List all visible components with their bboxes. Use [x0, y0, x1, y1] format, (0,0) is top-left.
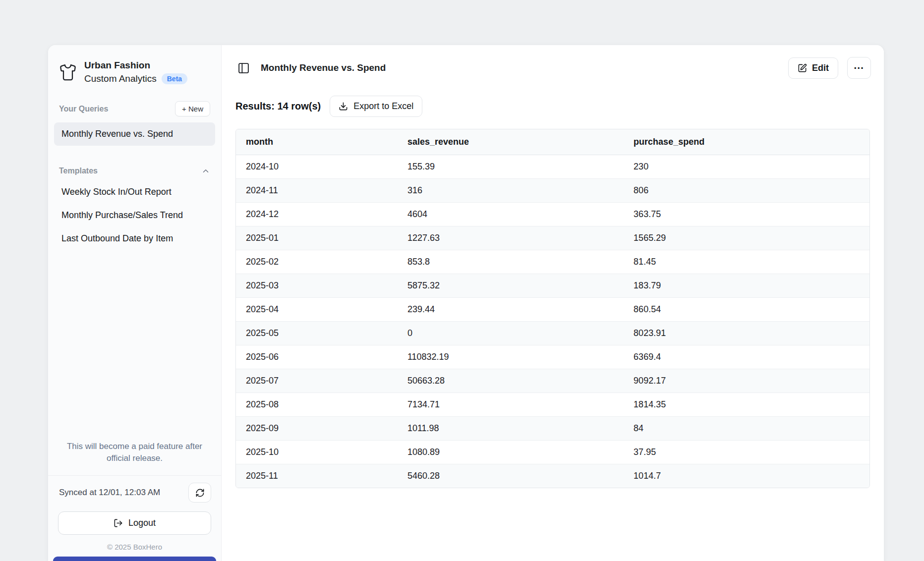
table-row: 2025-0508023.91	[236, 322, 869, 345]
table-cell: 2025-01	[236, 226, 398, 250]
beta-badge: Beta	[162, 73, 187, 84]
table-cell: 8023.91	[624, 322, 869, 345]
main-header: Monthly Revenue vs. Spend Edit ⋯	[222, 45, 884, 83]
logout-button[interactable]: Logout	[58, 511, 211, 535]
table-cell: 84	[624, 417, 869, 441]
app-titles: Urban Fashion Custom Analytics Beta	[84, 60, 187, 84]
column-header-sales-revenue: sales_revenue	[398, 129, 624, 155]
sidebar: Urban Fashion Custom Analytics Beta Your…	[48, 45, 222, 561]
queries-section-header: Your Queries + New	[48, 99, 221, 121]
table-cell: 2024-10	[236, 155, 398, 179]
table-cell: 239.44	[398, 298, 624, 322]
table-cell: 4604	[398, 203, 624, 226]
table-cell: 50663.28	[398, 369, 624, 393]
templates-section-header[interactable]: Templates	[48, 162, 221, 180]
synced-at-text: Synced at 12/01, 12:03 AM	[59, 488, 160, 498]
results-count-text: Results: 14 row(s)	[235, 101, 321, 112]
sidebar-item-monthly-purchase-sales-trend[interactable]: Monthly Purchase/Sales Trend	[48, 204, 221, 227]
table-cell: 1814.35	[624, 393, 869, 417]
sidebar-item-monthly-revenue-vs-spend[interactable]: Monthly Revenue vs. Spend	[54, 122, 215, 146]
table-cell: 7134.71	[398, 393, 624, 417]
table-cell: 6369.4	[624, 345, 869, 369]
table-row: 2024-124604363.75	[236, 203, 869, 226]
refresh-icon	[195, 488, 205, 498]
table-cell: 0	[398, 322, 624, 345]
table-cell: 1014.7	[624, 464, 869, 488]
app-window: Urban Fashion Custom Analytics Beta Your…	[48, 45, 884, 561]
sidebar-spacer	[48, 250, 221, 441]
table-row: 2025-115460.281014.7	[236, 464, 869, 488]
app-subtitle: Custom Analytics	[84, 73, 157, 84]
new-query-button[interactable]: + New	[175, 101, 210, 116]
results-table-body: 2024-10155.392302024-113168062024-124604…	[236, 155, 869, 488]
table-row: 2025-101080.8937.95	[236, 441, 869, 464]
table-row: 2025-011227.631565.29	[236, 226, 869, 250]
export-to-excel-button[interactable]: Export to Excel	[330, 96, 422, 117]
sidebar-toggle-button[interactable]	[235, 60, 252, 76]
column-header-purchase-spend: purchase_spend	[624, 129, 869, 155]
paid-feature-note: This will become a paid feature after of…	[65, 441, 204, 464]
results-table: month sales_revenue purchase_spend 2024-…	[236, 129, 869, 488]
table-cell: 183.79	[624, 274, 869, 298]
table-row: 2025-087134.711814.35	[236, 393, 869, 417]
sidebar-item-last-outbound-date[interactable]: Last Outbound Date by Item	[48, 227, 221, 250]
table-cell: 1011.98	[398, 417, 624, 441]
table-row: 2025-035875.32183.79	[236, 274, 869, 298]
table-cell: 2024-11	[236, 179, 398, 203]
table-cell: 1227.63	[398, 226, 624, 250]
table-cell: 806	[624, 179, 869, 203]
table-cell: 110832.19	[398, 345, 624, 369]
sidebar-header: Urban Fashion Custom Analytics Beta	[48, 45, 221, 99]
app-name: Urban Fashion	[84, 60, 187, 71]
refresh-button[interactable]	[188, 483, 211, 503]
table-cell: 2025-09	[236, 417, 398, 441]
logout-icon	[114, 518, 123, 528]
table-cell: 5460.28	[398, 464, 624, 488]
templates-section-title: Templates	[59, 167, 98, 175]
page-title: Monthly Revenue vs. Spend	[261, 62, 386, 73]
results-table-wrap: month sales_revenue purchase_spend 2024-…	[235, 129, 870, 488]
table-row: 2025-091011.9884	[236, 417, 869, 441]
table-cell: 2025-04	[236, 298, 398, 322]
table-cell: 2025-08	[236, 393, 398, 417]
table-header-row: month sales_revenue purchase_spend	[236, 129, 869, 155]
table-cell: 853.8	[398, 250, 624, 274]
table-cell: 1565.29	[624, 226, 869, 250]
logout-label: Logout	[128, 518, 156, 528]
table-cell: 230	[624, 155, 869, 179]
table-cell: 37.95	[624, 441, 869, 464]
results-row: Results: 14 row(s) Export to Excel	[235, 96, 870, 117]
table-cell: 2025-03	[236, 274, 398, 298]
table-cell: 2025-11	[236, 464, 398, 488]
table-cell: 155.39	[398, 155, 624, 179]
ellipsis-icon: ⋯	[854, 62, 865, 74]
table-row: 2025-06110832.196369.4	[236, 345, 869, 369]
chevron-up-icon	[201, 167, 210, 175]
tshirt-logo-icon	[59, 63, 77, 81]
table-cell: 2024-12	[236, 203, 398, 226]
sidebar-bottom-banner	[53, 557, 216, 561]
table-cell: 363.75	[624, 203, 869, 226]
main-content: Results: 14 row(s) Export to Excel	[222, 83, 884, 488]
table-cell: 2025-06	[236, 345, 398, 369]
panel-left-icon	[237, 62, 250, 74]
sync-row: Synced at 12/01, 12:03 AM	[48, 475, 221, 508]
table-cell: 2025-07	[236, 369, 398, 393]
table-cell: 81.45	[624, 250, 869, 274]
table-cell: 2025-05	[236, 322, 398, 345]
table-cell: 2025-02	[236, 250, 398, 274]
more-button[interactable]: ⋯	[847, 57, 871, 79]
edit-button[interactable]: Edit	[788, 57, 838, 79]
export-label: Export to Excel	[353, 101, 413, 112]
table-cell: 316	[398, 179, 624, 203]
table-cell: 1080.89	[398, 441, 624, 464]
table-cell: 2025-10	[236, 441, 398, 464]
table-cell: 5875.32	[398, 274, 624, 298]
edit-label: Edit	[812, 63, 829, 73]
column-header-month: month	[236, 129, 398, 155]
sidebar-item-weekly-stock-report[interactable]: Weekly Stock In/Out Report	[48, 180, 221, 204]
table-cell: 9092.17	[624, 369, 869, 393]
table-header: month sales_revenue purchase_spend	[236, 129, 869, 155]
table-row: 2025-04239.44860.54	[236, 298, 869, 322]
queries-section-title: Your Queries	[59, 105, 108, 113]
